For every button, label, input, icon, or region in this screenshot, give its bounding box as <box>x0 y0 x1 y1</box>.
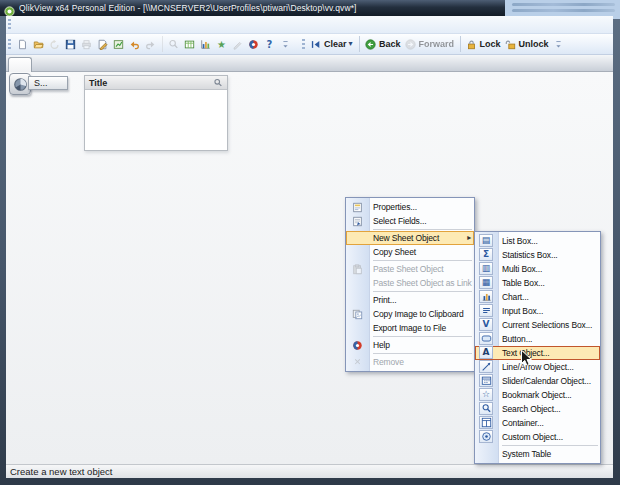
menu-object[interactable] <box>104 23 114 27</box>
search-icon[interactable] <box>213 78 223 88</box>
dropdown-arrow-icon: ▾ <box>349 40 353 48</box>
submenu-button[interactable]: Button... ▸ <box>475 332 600 346</box>
menu-paste-sheet-object: Paste Sheet Object ▸ <box>346 262 474 276</box>
list-box-title-label: Title <box>89 78 107 88</box>
chart-wizard-button[interactable]: ▾ <box>198 36 213 52</box>
submenu-multi-box[interactable]: ▥ Multi Box... ▸ <box>475 262 600 276</box>
mouse-cursor-icon <box>520 349 533 372</box>
menu-bookmarks[interactable] <box>74 23 84 27</box>
menu-edit[interactable] <box>24 23 34 27</box>
submenu-statistics-box[interactable]: Σ Statistics Box... ▸ <box>475 248 600 262</box>
qlikview-help-button[interactable]: ▾ <box>246 36 261 52</box>
submenu-bookmark-object[interactable]: ☆ Bookmark Object... ▸ <box>475 388 600 402</box>
overflow-icon <box>279 38 292 51</box>
toolbar-overflow-1[interactable]: ▾ <box>278 36 293 52</box>
submenu-current-selections-box[interactable]: V Current Selections Box... ▸ <box>475 318 600 332</box>
pie-chart-icon <box>13 77 28 92</box>
print-button: ▾ <box>79 36 94 52</box>
list-item[interactable] <box>85 110 227 120</box>
chart-wizard-icon <box>199 38 212 51</box>
tab-main[interactable] <box>8 57 32 72</box>
reload-data-icon <box>112 38 125 51</box>
open-button[interactable]: ▾ <box>31 36 46 52</box>
menu-properties[interactable]: Properties... ▸ <box>346 200 474 214</box>
menu-print[interactable]: Print... ▸ <box>346 293 474 307</box>
submenu-custom-object[interactable]: Custom Object... ▸ <box>475 430 600 444</box>
menu-help-item[interactable]: Help ▸ <box>346 338 474 352</box>
submenu-text-object[interactable]: A Text Object... ▸ <box>475 346 600 360</box>
list-box-body <box>85 90 227 150</box>
toolbar-grip <box>8 39 11 50</box>
menu-window[interactable] <box>114 23 124 27</box>
list-item[interactable] <box>85 100 227 110</box>
undo-button[interactable]: ▾ <box>127 36 142 52</box>
zoom-button: ▾ <box>162 36 181 52</box>
toolbar-overflow-2[interactable]: ▾ <box>551 36 566 52</box>
submenu-search-object[interactable]: Search Object... ▸ <box>475 402 600 416</box>
submenu-container[interactable]: Container... ▸ <box>475 416 600 430</box>
context-help-button[interactable]: ? ▾ <box>262 36 277 52</box>
undo-icon <box>128 38 141 51</box>
new-document-button[interactable]: ▾ <box>15 36 30 52</box>
edit-button: ▾ <box>230 36 245 52</box>
toolbar-nav-group: Clear ▾ Back ▾ Forward ▾ Lock ▾ <box>308 36 567 52</box>
redo-icon <box>144 38 157 51</box>
menu-export-image[interactable]: Export Image to File ▸ <box>346 321 474 335</box>
button-icon <box>479 332 493 345</box>
menu-copy-sheet[interactable]: Copy Sheet ▸ <box>346 245 474 259</box>
reload-data-button[interactable]: ▾ <box>111 36 126 52</box>
bookmark-button[interactable]: ★ ▾ <box>214 36 229 52</box>
qlikview-help-icon <box>247 38 260 51</box>
open-icon <box>32 38 45 51</box>
table-box-icon: ▦ <box>479 276 493 289</box>
submenu-system-table[interactable]: System Table ▸ <box>475 447 600 461</box>
menu-select-fields[interactable]: Select Fields... ▸ <box>346 214 474 228</box>
context-help-icon: ? <box>263 38 276 51</box>
list-item[interactable] <box>85 120 227 130</box>
list-item[interactable] <box>85 90 227 100</box>
list-item[interactable] <box>85 140 227 150</box>
submenu-slider-calendar-object[interactable]: Slider/Calendar Object... ▸ <box>475 374 600 388</box>
statistics-box-icon: Σ <box>479 248 493 261</box>
sheet-context-menu: Properties... ▸ Select Fields... ▸ New S… <box>345 197 475 372</box>
unlock-icon <box>504 38 517 51</box>
forward-icon <box>404 38 417 51</box>
help-icon <box>350 338 365 352</box>
title-bar: QlikView x64 Personal Edition - [\\MCNSE… <box>0 0 505 16</box>
toolbar-main-group: ▾ ▾ ▾ ▾ <box>14 36 294 52</box>
overflow-icon <box>552 38 565 51</box>
menu-tools[interactable] <box>94 23 104 27</box>
submenu-line-arrow-object[interactable]: Line/Arrow Object... ▸ <box>475 360 600 374</box>
menu-view[interactable] <box>34 23 44 27</box>
list-item[interactable] <box>85 130 227 140</box>
menu-settings[interactable] <box>64 23 74 27</box>
submenu-table-box[interactable]: ▦ Table Box... ▸ <box>475 276 600 290</box>
menu-copy-image[interactable]: Copy Image to Clipboard ▸ <box>346 307 474 321</box>
menu-selections[interactable] <box>44 23 54 27</box>
menu-file[interactable] <box>14 23 24 27</box>
menu-reports[interactable] <box>84 23 94 27</box>
multi-box-icon: ▥ <box>479 262 493 275</box>
clear-button[interactable]: Clear ▾ <box>308 36 355 52</box>
design-table-button[interactable]: ▾ <box>182 36 197 52</box>
menu-layout[interactable] <box>54 23 64 27</box>
submenu-input-box[interactable]: Input Box... ▸ <box>475 304 600 318</box>
toolbar: ▾ ▾ ▾ ▾ <box>6 34 613 55</box>
unlock-button[interactable]: Unlock ▾ <box>503 36 550 52</box>
submenu-list-box[interactable]: ▤ List Box... ▸ <box>475 234 600 248</box>
lock-button[interactable]: Lock ▾ <box>460 36 502 52</box>
toolbar-grip <box>8 19 11 30</box>
save-button[interactable]: ▾ <box>63 36 78 52</box>
submenu-chart[interactable]: Chart... ▸ <box>475 290 600 304</box>
back-button[interactable]: Back ▾ <box>359 36 402 52</box>
list-box-header[interactable]: Title <box>85 76 227 90</box>
menu-help[interactable] <box>124 23 134 27</box>
menubar-items <box>14 23 134 27</box>
edit-script-button[interactable]: ▾ <box>95 36 110 52</box>
minimized-chart-caption[interactable]: S... <box>28 76 68 90</box>
print-icon <box>80 38 93 51</box>
zoom-icon <box>167 38 180 51</box>
list-box-title: Title <box>84 75 228 151</box>
menu-new-sheet-object[interactable]: New Sheet Object ▸ <box>346 231 474 245</box>
qlikview-logo-icon <box>4 3 15 14</box>
